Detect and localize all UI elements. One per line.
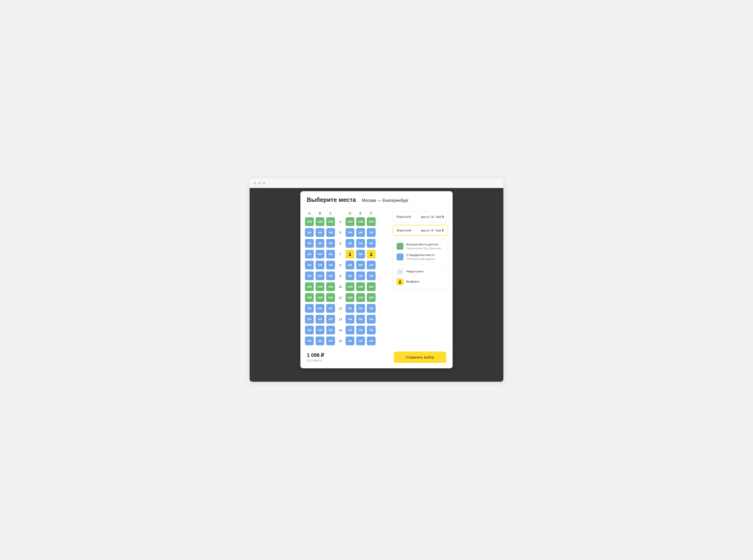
seat[interactable]: 549	[326, 228, 335, 237]
seat[interactable]: 549	[345, 228, 354, 237]
seat[interactable]: 1249	[326, 282, 335, 291]
seat[interactable]: 549	[356, 250, 365, 259]
seat[interactable]: 549	[356, 261, 365, 269]
seat[interactable]: 1249	[356, 217, 365, 226]
seat-row: 5495495499549549549	[305, 272, 388, 280]
seat[interactable]: 1249	[316, 217, 324, 226]
seat[interactable]: 1249	[305, 282, 314, 291]
row-number: 15	[337, 339, 344, 343]
seat[interactable]: 549	[367, 228, 376, 237]
seat[interactable]: 1249	[316, 293, 324, 302]
seat[interactable]: 549	[326, 239, 335, 248]
seat[interactable]: 549	[345, 326, 354, 335]
modal-header: Выберите места Москва — Екатеринбург	[300, 191, 453, 208]
seat[interactable]: 549	[345, 272, 354, 280]
seat[interactable]: 549	[316, 239, 324, 248]
seat[interactable]: 549	[356, 272, 365, 280]
seat-selected[interactable]	[367, 250, 376, 259]
seat[interactable]: 1249	[305, 293, 314, 302]
svg-point-0	[349, 253, 351, 254]
seat[interactable]: 1249	[345, 217, 354, 226]
modal-footer: 1 098 ₽ За 2 места Сохранить выбор	[300, 347, 453, 368]
browser-chrome	[250, 178, 503, 188]
browser-window: Выберите места Москва — Екатеринбург ABC…	[250, 178, 503, 382]
seat[interactable]: 549	[345, 315, 354, 324]
seat[interactable]: 549	[367, 326, 376, 335]
seat[interactable]: 549	[367, 272, 376, 280]
person-icon	[398, 280, 402, 284]
background-promo-strip: Свой тариф в поездку от Тинькофф Мобайла	[259, 370, 494, 382]
legend-swatch-blue	[397, 254, 403, 260]
seat[interactable]: 549	[316, 228, 324, 237]
seat[interactable]: 549	[316, 304, 324, 313]
row-number: 8	[337, 263, 344, 267]
seat[interactable]: 1249	[367, 282, 376, 291]
seat[interactable]: 549	[305, 250, 314, 259]
legend-blue-sub: Оптимальный вариант	[406, 257, 436, 261]
seat[interactable]: 1249	[305, 217, 314, 226]
seat[interactable]: 549	[367, 304, 376, 313]
seat[interactable]: 549	[316, 250, 324, 259]
seat[interactable]: 549	[356, 337, 365, 345]
seat[interactable]: 549	[356, 239, 365, 248]
seat[interactable]: 549	[345, 239, 354, 248]
seat[interactable]: 549	[326, 272, 335, 280]
page-backdrop: Выберите места Москва — Екатеринбург ABC…	[250, 188, 503, 382]
seat[interactable]: 549	[326, 337, 335, 345]
seat[interactable]: 549	[345, 337, 354, 345]
seat[interactable]: 549	[356, 304, 365, 313]
seat[interactable]: 549	[326, 261, 335, 269]
seat[interactable]: 549	[316, 261, 324, 269]
seat[interactable]: 549	[316, 326, 324, 335]
seat[interactable]: 549	[305, 326, 314, 335]
seat[interactable]: 549	[305, 337, 314, 345]
seat[interactable]: 549	[326, 326, 335, 335]
seat[interactable]: 549	[316, 337, 324, 345]
seat[interactable]: 549	[326, 315, 335, 324]
column-label: C	[326, 212, 335, 215]
seat[interactable]: 549	[305, 239, 314, 248]
seat[interactable]: 549	[326, 304, 335, 313]
seat-selected[interactable]	[345, 250, 354, 259]
seat[interactable]: 549	[356, 315, 365, 324]
window-dot	[258, 182, 261, 184]
seat[interactable]: 549	[326, 250, 335, 259]
seat-row: 12491249124910124912491249	[305, 282, 388, 291]
seat[interactable]: 1249	[345, 293, 354, 302]
column-label: B	[316, 212, 324, 215]
seat[interactable]: 1249	[345, 282, 354, 291]
seat[interactable]: 549	[305, 304, 314, 313]
seat[interactable]: 1249	[326, 293, 335, 302]
seat[interactable]: 549	[356, 326, 365, 335]
seat[interactable]: 549	[305, 272, 314, 280]
row-number: 6	[337, 242, 344, 245]
passenger-card[interactable]: Взрослыйместо 7D 549 ₽	[393, 212, 448, 222]
seat[interactable]: 1249	[326, 217, 335, 226]
save-selection-button[interactable]: Сохранить выбор	[394, 352, 446, 363]
passenger-type: Взрослый	[397, 215, 411, 219]
seat[interactable]: 549	[305, 261, 314, 269]
row-number: 14	[337, 328, 344, 332]
seat[interactable]: 549	[345, 261, 354, 269]
seat[interactable]: 1249	[356, 293, 365, 302]
seat[interactable]: 549	[305, 228, 314, 237]
row-number: 12	[337, 307, 344, 310]
seat[interactable]: 1249	[356, 282, 365, 291]
seat-row: 1249124912494124912491249	[305, 217, 388, 226]
passenger-card[interactable]: Взрослыйместо 7F 549 ₽	[393, 225, 448, 236]
seat[interactable]: 549	[305, 315, 314, 324]
passenger-seat: место 7F 549 ₽	[421, 228, 444, 232]
seat[interactable]: 549	[367, 261, 376, 269]
seat[interactable]: 549	[316, 315, 324, 324]
modal-title: Выберите места	[307, 196, 356, 203]
seat[interactable]: 549	[316, 272, 324, 280]
seat[interactable]: 1249	[316, 282, 324, 291]
seat[interactable]: 549	[367, 315, 376, 324]
seat[interactable]: 549	[345, 304, 354, 313]
seat[interactable]: 549	[367, 239, 376, 248]
legend-unavailable: Недоступно	[397, 268, 444, 275]
seat[interactable]: 549	[356, 228, 365, 237]
seat[interactable]: 1249	[367, 217, 376, 226]
seat[interactable]: 1249	[367, 293, 376, 302]
seat[interactable]: 549	[367, 337, 376, 345]
